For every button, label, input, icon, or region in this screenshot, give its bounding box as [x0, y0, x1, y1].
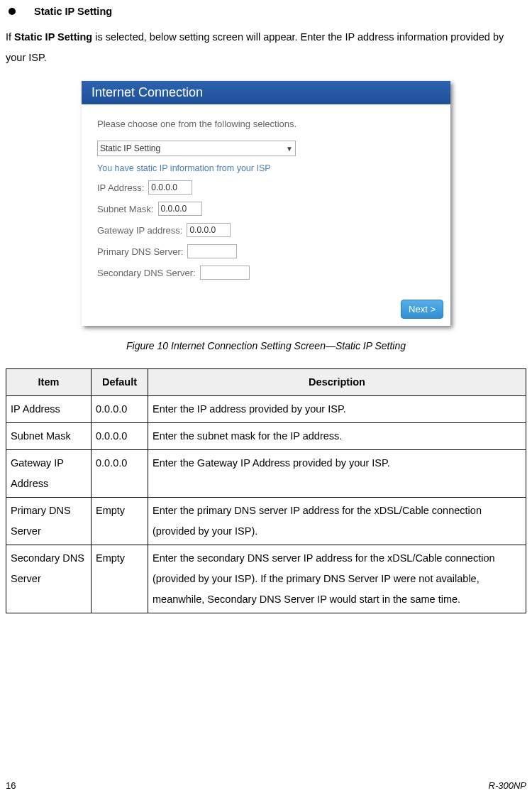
subnet-mask-row: Subnet Mask: 0.0.0.0 — [97, 202, 435, 216]
intro-paragraph: If Static IP Setting is selected, below … — [6, 27, 526, 68]
figure-caption: Figure 10 Internet Connection Setting Sc… — [6, 340, 526, 351]
cell-item: Gateway IP Address — [6, 450, 92, 498]
gateway-ip-input[interactable]: 0.0.0.0 — [187, 223, 231, 237]
panel-footer: Next > — [82, 295, 450, 326]
ip-address-label: IP Address: — [97, 182, 144, 193]
subnet-mask-input[interactable]: 0.0.0.0 — [158, 202, 202, 216]
table-row: Secondary DNS Server Empty Enter the sec… — [6, 545, 526, 613]
cell-default: Empty — [92, 545, 148, 613]
intro-prefix: If — [6, 31, 14, 43]
screenshot-figure: Internet Connection Please choose one fr… — [6, 81, 526, 326]
table-row: Primary DNS Server Empty Enter the prima… — [6, 498, 526, 545]
th-default: Default — [92, 369, 148, 396]
cell-item: Subnet Mask — [6, 423, 92, 450]
cell-default: 0.0.0.0 — [92, 423, 148, 450]
cell-default: 0.0.0.0 — [92, 450, 148, 498]
settings-table: Item Default Description IP Address 0.0.… — [6, 368, 526, 613]
th-item: Item — [6, 369, 92, 396]
heading-text: Static IP Setting — [34, 6, 112, 17]
gateway-ip-row: Gateway IP address: 0.0.0.0 — [97, 223, 435, 237]
panel-body: Please choose one from the following sel… — [82, 104, 450, 295]
bullet-icon — [9, 8, 16, 15]
cell-desc: Enter the Gateway IP Address provided by… — [148, 450, 526, 498]
table-row: IP Address 0.0.0.0 Enter the IP address … — [6, 396, 526, 423]
static-ip-hint: You have static IP information from your… — [97, 163, 435, 173]
connection-select-row: Static IP Setting ▼ — [97, 141, 435, 156]
secondary-dns-input[interactable] — [200, 266, 250, 280]
model-label: R-300NP — [489, 780, 526, 791]
connection-select-value: Static IP Setting — [100, 143, 160, 153]
table-header-row: Item Default Description — [6, 369, 526, 396]
gateway-ip-label: Gateway IP address: — [97, 225, 182, 236]
cell-default: 0.0.0.0 — [92, 396, 148, 423]
cell-item: Primary DNS Server — [6, 498, 92, 545]
panel-prompt: Please choose one from the following sel… — [97, 119, 435, 129]
secondary-dns-label: Secondary DNS Server: — [97, 268, 196, 278]
secondary-dns-row: Secondary DNS Server: — [97, 266, 435, 280]
cell-item: Secondary DNS Server — [6, 545, 92, 613]
table-row: Subnet Mask 0.0.0.0 Enter the subnet mas… — [6, 423, 526, 450]
subnet-mask-label: Subnet Mask: — [97, 204, 154, 214]
chevron-down-icon: ▼ — [286, 145, 293, 153]
cell-desc: Enter the secondary DNS server IP addres… — [148, 545, 526, 613]
panel-titlebar: Internet Connection — [82, 81, 450, 104]
ip-address-row: IP Address: 0.0.0.0 — [97, 180, 435, 195]
cell-desc: Enter the primary DNS server IP address … — [148, 498, 526, 545]
primary-dns-input[interactable] — [187, 244, 237, 258]
primary-dns-row: Primary DNS Server: — [97, 244, 435, 258]
page-footer: 16 R-300NP — [6, 780, 526, 791]
connection-select[interactable]: Static IP Setting ▼ — [97, 141, 296, 156]
intro-bold: Static IP Setting — [14, 31, 92, 43]
next-button[interactable]: Next > — [401, 300, 443, 319]
cell-item: IP Address — [6, 396, 92, 423]
cell-desc: Enter the subnet mask for the IP address… — [148, 423, 526, 450]
primary-dns-label: Primary DNS Server: — [97, 246, 183, 257]
cell-default: Empty — [92, 498, 148, 545]
cell-desc: Enter the IP address provided by your IS… — [148, 396, 526, 423]
router-panel: Internet Connection Please choose one fr… — [82, 81, 450, 326]
th-description: Description — [148, 369, 526, 396]
ip-address-input[interactable]: 0.0.0.0 — [148, 180, 192, 195]
table-row: Gateway IP Address 0.0.0.0 Enter the Gat… — [6, 450, 526, 498]
page-number: 16 — [6, 780, 16, 791]
section-heading: Static IP Setting — [6, 6, 526, 17]
